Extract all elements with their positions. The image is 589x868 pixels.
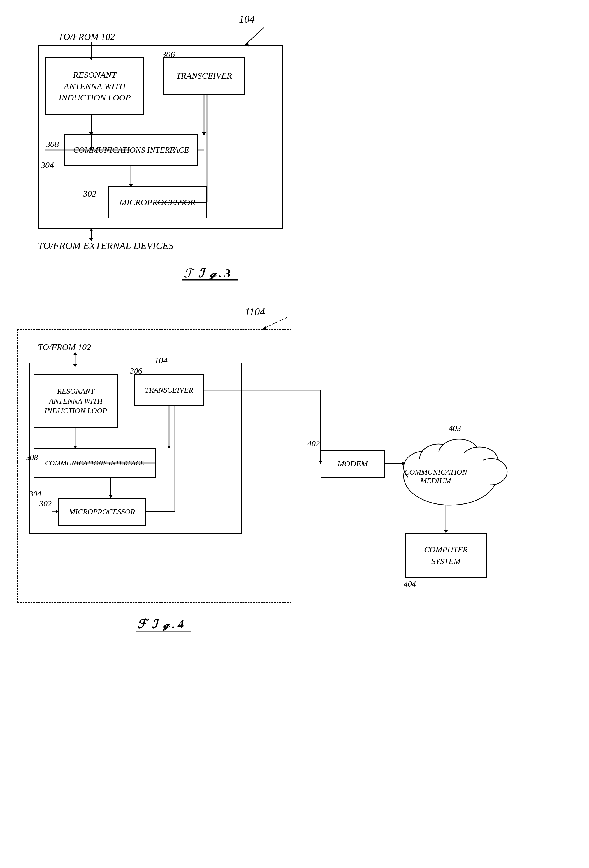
svg-text:.: . [172, 618, 177, 631]
box-comm-d1: COMMUNICATIONS INTERFACE [64, 134, 198, 166]
fig3-symbol: ℱ ℐ ℊ . 3 [181, 264, 268, 281]
svg-marker-36 [444, 530, 448, 533]
transceiver-label-d2: TRANSCEIVER [145, 386, 193, 394]
comm-label-d1: COMMUNICATIONS INTERFACE [73, 145, 189, 155]
svg-text:4: 4 [178, 618, 186, 631]
box-micro-d1: MICROPROCESSOR [108, 186, 207, 218]
box-transceiver-d2: TRANSCEIVER [134, 374, 204, 406]
box-antenna-d1: RESONANTANTENNA WITHINDUCTION LOOP [45, 57, 144, 115]
label-tofrom-102-d1: TO/FROM 102 [58, 31, 115, 42]
transceiver-label-d1: TRANSCEIVER [176, 71, 232, 81]
label-306-d1: 306 [162, 50, 175, 59]
svg-text:ℊ: ℊ [162, 619, 170, 631]
box-antenna-d2: RESONANTANTENNA WITHINDUCTION LOOP [34, 374, 118, 428]
label-external-d1: TO/FROM EXTERNAL DEVICES [38, 240, 173, 251]
page: TO/FROM 102 104 RESONANTANTENNA WITHINDU… [0, 0, 589, 868]
label-104-d1: 104 [239, 13, 255, 25]
label-402: 402 [308, 439, 320, 449]
label-304-d1: 304 [41, 160, 54, 170]
svg-text:ℐ: ℐ [198, 267, 207, 280]
svg-line-18 [262, 317, 287, 329]
svg-text:ℐ: ℐ [152, 618, 160, 631]
label-302-d1: 302 [83, 189, 96, 199]
fig-label-3: ℱ ℐ ℊ . 3 [181, 264, 268, 283]
box-micro-d2: MICROPROCESSOR [58, 498, 146, 526]
svg-text:ℊ: ℊ [209, 267, 217, 280]
computer-label: COMPUTERSYSTEM [424, 544, 468, 567]
label-403: 403 [449, 424, 461, 433]
label-308-d2: 308 [26, 453, 38, 462]
label-306-d2: 306 [130, 366, 142, 376]
box-comm-d2: COMMUNICATIONS INTERFACE [34, 449, 156, 478]
label-404: 404 [404, 579, 416, 589]
svg-line-0 [245, 28, 264, 45]
svg-text:COMMUNICATION: COMMUNICATION [404, 468, 468, 476]
micro-label-d1: MICROPROCESSOR [119, 198, 195, 207]
svg-text:ℱ: ℱ [184, 267, 195, 280]
label-308-d1: 308 [46, 139, 59, 149]
svg-text:ℱ: ℱ [137, 618, 149, 631]
antenna-label-d1: RESONANTANTENNA WITHINDUCTION LOOP [59, 69, 131, 103]
box-transceiver-d1: TRANSCEIVER [163, 57, 245, 94]
modem-label: MODEM [337, 459, 368, 468]
label-304-d2: 304 [29, 489, 41, 499]
comm-label-d2: COMMUNICATIONS INTERFACE [45, 459, 145, 467]
box-computer: COMPUTERSYSTEM [405, 533, 487, 578]
cloud-comm-medium: COMMUNICATION MEDIUM [395, 424, 509, 505]
svg-text:3: 3 [224, 267, 232, 280]
fig-label-4: ℱ ℐ ℊ . 4 [134, 614, 222, 635]
label-1104: 1104 [245, 306, 265, 318]
svg-text:.: . [219, 267, 223, 280]
label-302-d2: 302 [39, 499, 52, 508]
label-tofrom-102-d2: TO/FROM 102 [38, 342, 91, 352]
box-modem: MODEM [321, 450, 385, 478]
antenna-label-d2: RESONANTANTENNA WITHINDUCTION LOOP [44, 387, 107, 416]
svg-text:MEDIUM: MEDIUM [420, 477, 451, 485]
micro-label-d2: MICROPROCESSOR [69, 508, 135, 516]
fig4-symbol: ℱ ℐ ℊ . 4 [134, 614, 222, 632]
label-104-d2: 104 [154, 355, 167, 365]
svg-marker-17 [89, 229, 93, 232]
